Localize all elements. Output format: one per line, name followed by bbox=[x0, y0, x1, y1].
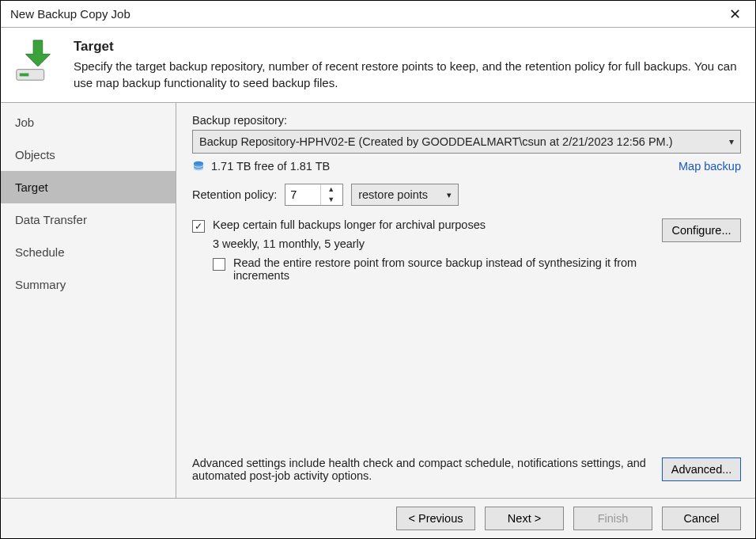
disk-icon bbox=[192, 160, 205, 173]
sidebar-item-schedule[interactable]: Schedule bbox=[1, 236, 176, 268]
keep-fulls-label: Keep certain full backups longer for arc… bbox=[213, 218, 486, 231]
next-button[interactable]: Next > bbox=[485, 507, 564, 530]
free-space-row: 1.71 TB free of 1.81 TB Map backup bbox=[192, 160, 741, 173]
sidebar: Job Objects Target Data Transfer Schedul… bbox=[1, 103, 176, 498]
retention-unit-dropdown[interactable]: restore points ▾ bbox=[351, 184, 459, 206]
spinner-down-icon[interactable]: ▼ bbox=[321, 195, 341, 205]
body: Job Objects Target Data Transfer Schedul… bbox=[1, 103, 755, 498]
sidebar-item-job[interactable]: Job bbox=[1, 106, 176, 139]
header-text: Target Specify the target backup reposit… bbox=[74, 39, 741, 91]
sidebar-item-data-transfer[interactable]: Data Transfer bbox=[1, 203, 176, 236]
read-entire-checkbox[interactable] bbox=[213, 258, 225, 271]
advanced-row: Advanced settings include health check a… bbox=[192, 457, 741, 482]
window-title: New Backup Copy Job bbox=[10, 7, 130, 21]
advanced-text: Advanced settings include health check a… bbox=[192, 457, 649, 482]
free-space-text: 1.71 TB free of 1.81 TB bbox=[211, 160, 330, 173]
retention-spinner[interactable]: ▲ ▼ bbox=[285, 184, 343, 206]
target-icon bbox=[13, 39, 59, 85]
sidebar-item-target[interactable]: Target bbox=[1, 171, 176, 203]
chevron-down-icon: ▾ bbox=[447, 190, 452, 200]
retention-label: Retention policy: bbox=[192, 188, 277, 201]
retention-unit-value: restore points bbox=[358, 188, 428, 201]
dialog-window: New Backup Copy Job ✕ Target Specify the… bbox=[0, 0, 756, 539]
repo-dropdown[interactable]: Backup Repository-HPHV02-E (Created by G… bbox=[192, 130, 741, 154]
header-title: Target bbox=[74, 39, 741, 55]
map-backup-link[interactable]: Map backup bbox=[679, 160, 741, 173]
keep-fulls-checkbox[interactable]: ✓ bbox=[192, 220, 205, 233]
previous-button[interactable]: < Previous bbox=[396, 507, 475, 530]
read-entire-label: Read the entire restore point from sourc… bbox=[233, 256, 652, 282]
finish-button: Finish bbox=[573, 507, 652, 530]
main-panel: Backup repository: Backup Repository-HPH… bbox=[176, 103, 755, 498]
titlebar: New Backup Copy Job ✕ bbox=[1, 1, 755, 28]
header-description: Specify the target backup repository, nu… bbox=[74, 58, 741, 91]
header: Target Specify the target backup reposit… bbox=[1, 28, 755, 103]
sidebar-item-objects[interactable]: Objects bbox=[1, 139, 176, 171]
chevron-down-icon: ▾ bbox=[729, 136, 734, 147]
keep-fulls-row: ✓ Keep certain full backups longer for a… bbox=[192, 218, 741, 282]
footer: < Previous Next > Finish Cancel bbox=[1, 498, 755, 538]
svg-rect-1 bbox=[20, 74, 29, 77]
sidebar-item-summary[interactable]: Summary bbox=[1, 268, 176, 301]
retention-row: Retention policy: ▲ ▼ restore points ▾ bbox=[192, 184, 741, 206]
close-icon[interactable]: ✕ bbox=[724, 6, 746, 23]
keep-fulls-summary: 3 weekly, 11 monthly, 5 yearly bbox=[213, 237, 652, 250]
repo-label: Backup repository: bbox=[192, 114, 741, 127]
spinner-up-icon[interactable]: ▲ bbox=[321, 184, 341, 195]
retention-input[interactable] bbox=[285, 184, 320, 205]
repo-value: Backup Repository-HPHV02-E (Created by G… bbox=[199, 135, 673, 148]
advanced-button[interactable]: Advanced... bbox=[662, 457, 741, 481]
cancel-button[interactable]: Cancel bbox=[662, 507, 741, 530]
configure-button[interactable]: Configure... bbox=[662, 218, 741, 242]
